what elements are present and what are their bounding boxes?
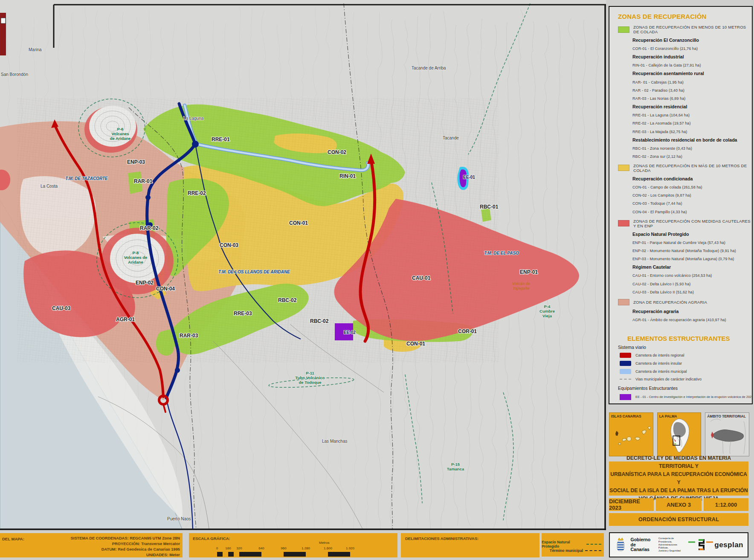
legend-elementos-title: ELEMENTOS ESTRUCTURANTES [627, 335, 752, 342]
zone-label-rbc-02: RBC-02 [278, 297, 297, 303]
tm-label: T.M. DE LOS LLANOS DE ARIDANE [218, 270, 290, 274]
zone-label-rbc-01: RBC-01 [480, 204, 499, 210]
gesplan-logo: gesplan [688, 539, 743, 551]
footer-delim-legend: Espacio Natural ProtegidoTérmino municip… [542, 533, 604, 557]
legend-item: RIN-01 - Callejón de la Gata (27,91 ha) [632, 63, 752, 67]
legend-title: ZONAS DE RECUPERACIÓN [618, 13, 752, 20]
inset-islas-label: ISLAS CANARIAS [611, 414, 641, 418]
scale-block [228, 552, 234, 557]
zone-label-cau-01: CAU-01 [412, 275, 431, 281]
place-label: Tacande de Arriba [412, 66, 446, 70]
legend-item: COR-01 - El Coranzoncillo (21,76 ha) [632, 46, 752, 51]
legend-road-swatch [620, 369, 631, 374]
legend-item: CON-02 - Los Campitos (9,87 ha) [632, 193, 752, 197]
dash-dot-symbol [585, 550, 601, 551]
legend-item: RAR- 01 - Cabrejas (1,95 ha) [632, 80, 752, 84]
legend-item: CAU-01 - Entorno cono volcánico (254,53 … [632, 273, 752, 278]
legend-subhead: Recuperación condicionada [632, 176, 752, 181]
legend-road-row: Carretera de interés regional [620, 353, 752, 358]
scale-block [284, 552, 306, 557]
legend-road-swatch [620, 379, 631, 380]
legend-item: ENP-03 - Monumento Natural (Montaña Lagu… [632, 257, 752, 261]
legend-item: RBC-01 - Zona noroeste (0,43 ha) [632, 146, 752, 151]
footer-scale-bar: ESCALA GRÁFICA: Metros 01603206409601.28… [189, 533, 397, 557]
legend-item: CON-03 - Todoque (7,44 ha) [632, 201, 752, 206]
sheet-scale: 1:12.000 [704, 498, 748, 511]
legend-category-swatch [618, 165, 629, 171]
place-label: La Laguna [183, 116, 204, 121]
legend-category-label: ZONA DE RECUPERACIÓN AGRARIA [633, 300, 707, 305]
legend-equip-label: EE - 01 - Centro de Investigación e Inte… [635, 395, 753, 399]
zone-label-con-01: CON-01 [406, 341, 425, 347]
zone-label-rar-02: RAR-02 [140, 225, 159, 231]
delim-legend-label: Espacio Natural Protegido [542, 540, 584, 548]
legend-item: ENP-02 - Monumento Natural (Montaña Todo… [632, 249, 752, 253]
scale-tick: 640 [258, 546, 264, 550]
scale-tick: 320 [236, 546, 242, 550]
legend-equip-swatch [620, 403, 631, 404]
zone-label-rre-01: RRE-01 [212, 136, 230, 142]
footer-map-info: DEL MAPA: SISTEMA DE COORDENADAS: REGCAN… [0, 533, 183, 557]
inset-palma-label: LA PALMA [659, 414, 677, 418]
legend-road-swatch [620, 361, 631, 366]
legend-road-list: Carretera de interés regionalCarretera d… [618, 353, 752, 381]
legend-road-label: Carretera de interés insular [635, 361, 682, 366]
zone-label-cau-03: CAU-03 [52, 305, 71, 311]
zone-label-ee-02: EE-02 [344, 330, 356, 335]
parcel-texture [17, 98, 499, 363]
legend-item: RRE-02 - La Asomada (19,57 ha) [632, 121, 752, 125]
zone-label-rbc-02: RBC-02 [310, 318, 329, 324]
footer-delim-label: DELIMITACIONES ADMINISTRATIVAS: [405, 536, 478, 541]
zone-label-cor-01: COR-01 [458, 328, 477, 334]
legend-item: CON-01 - Campo de colada (261,58 ha) [632, 185, 752, 189]
legend-item: CAU-02 - Delta Lávico I (5,93 ha) [632, 282, 752, 286]
sheet-annex: ANEXO 3 [656, 498, 702, 511]
legend-panel: ZONAS DE RECUPERACIÓN ZONAS DE RECUPERAC… [609, 6, 753, 404]
legend-road-row: Carretera de interés insular [620, 361, 752, 366]
legend-item: ENP-01 - Parque Natural de Cumbre Vieja … [632, 241, 752, 245]
legend-zone-list: ZONAS DE RECUPERACIÓN EN MENOS DE 10 MET… [618, 25, 752, 322]
place-label: La Costa [41, 184, 58, 189]
legend-category-label: ZONAS DE RECUPERACIÓN EN MÁS DE 10 METRO… [633, 163, 752, 173]
volcano-label: Volcán deTajogaite [512, 281, 530, 290]
islas-canarias-graphic [609, 413, 654, 456]
footer-delimitaciones: DELIMITACIONES ADMINISTRATIVAS: [401, 533, 539, 557]
tm-label: T.M. DE EL PASO [484, 251, 519, 255]
place-label: San Borondón [1, 72, 28, 77]
inset-maps: ISLAS CANARIAS LA PALMA [609, 412, 749, 456]
legend-item: RAR - 02 - Paradiso (3,40 ha) [632, 88, 752, 93]
legend-equip-label: Equipamientos Estructurantes [618, 386, 752, 391]
gesplan-word: gesplan [714, 541, 743, 549]
zone-label-ee-01: EE-01 [463, 175, 475, 180]
zone-label-con-01: CON-01 [289, 220, 308, 226]
place-label: Las Manchas [322, 439, 347, 444]
place-label: Tacande [443, 136, 459, 140]
logos-box: Gobierno de Canarias Consejería de Presi… [609, 532, 748, 557]
legend-equip-row: EE - 01 - Centro de Investigación e Inte… [620, 394, 752, 400]
legend-item: RBC-02 - Zona sur (2,12 ha) [632, 154, 752, 159]
scale-tick: 0 [216, 546, 218, 550]
legend-subhead: Recuperación industrial [632, 54, 752, 59]
scale-units-label: Metros [319, 541, 329, 545]
scale-tick: 1.600 [324, 546, 332, 550]
footer-scale-label: ESCALA GRÁFICA: [193, 536, 230, 541]
inset-ambito-label: ÁMBITO TERRITORIAL [707, 414, 746, 418]
legend-item: CON-04 - El Pampillo (4,33 ha) [632, 210, 752, 214]
legend-road-swatch [620, 353, 631, 358]
zone-label-rre-02: RRE-02 [188, 190, 206, 196]
scale-tick: 960 [281, 546, 286, 550]
legend-equip-row: EE - 02 - Centro de Nuestra Señora de lo… [620, 403, 752, 404]
legend-item: CAU-03 - Delta Lávico II (51,62 ha) [632, 290, 752, 294]
sheet-date: DICIEMBRE 2023 [609, 498, 654, 511]
sheet-title: DECRETO-LEY DE MEDIDAS EN MATERIA TERRIT… [609, 461, 748, 496]
delim-legend-row: Término municipal [550, 548, 601, 553]
zone-label-rin-01: RIN-01 [339, 173, 356, 179]
zone-label-rre-03: RRE-03 [234, 310, 252, 316]
ambito-territorial-graphic [705, 413, 750, 456]
zone-label-agr-01: AGR-01 [116, 316, 135, 322]
legend-road-row: Vias municipales de carácter indicativo [620, 377, 752, 381]
footer-coords: SISTEMA DE COORDENADAS: REGCAN95 UTM Zon… [71, 536, 180, 558]
legend-category: ZONAS DE RECUPERACIÓN EN MENOS DE 10 MET… [618, 25, 752, 34]
legend-category-swatch [618, 220, 629, 226]
scale-block [239, 552, 261, 557]
